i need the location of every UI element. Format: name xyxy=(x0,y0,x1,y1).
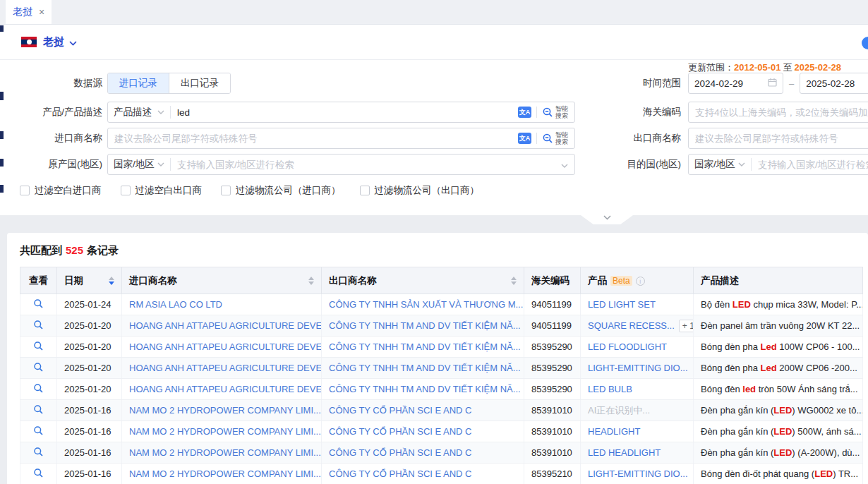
view-record-button[interactable] xyxy=(33,341,44,351)
description-cell: Đèn pha gắn kín (LED) (A-200W), dù... xyxy=(694,442,863,464)
exporter-link[interactable]: CÔNG TY TNHH TM AND DV TIẾT KIỆM NĂ... xyxy=(329,341,521,352)
filter-blank-importer-checkbox[interactable]: 过滤空白进口商 xyxy=(20,184,102,197)
table-row: 2025-01-20 HOANG ANH ATTAPEU AGRICULTURE… xyxy=(20,315,863,337)
exporter-link[interactable]: CÔNG TY CỔ PHẦN SCI E AND C xyxy=(329,405,472,416)
importer-link[interactable]: NAM MO 2 HYDROPOWER COMPANY LIMI... xyxy=(129,426,321,437)
checkbox-icon[interactable] xyxy=(360,186,370,195)
checkbox-icon[interactable] xyxy=(20,186,30,195)
translate-icon[interactable]: 文A xyxy=(518,107,531,118)
filter-logistics-exporter-checkbox[interactable]: 过滤物流公司（出口商） xyxy=(360,184,480,197)
end-date-input[interactable] xyxy=(806,78,868,89)
chevron-down-icon[interactable] xyxy=(561,158,568,171)
date-cell: 2025-01-20 xyxy=(57,315,122,337)
product-tag-link[interactable]: HEADLIGHT xyxy=(588,426,640,437)
col-desc: 产品描述 xyxy=(694,267,863,294)
keyword-highlight: led xyxy=(742,384,756,394)
importer-link[interactable]: HOANG ANH ATTAPEU AGRICULTURE DEVE... xyxy=(129,384,322,394)
date-range-dash: – xyxy=(789,78,794,89)
smart-search-button[interactable]: 智能搜索 xyxy=(542,131,568,145)
col-importer[interactable]: 进口商名称 xyxy=(122,267,322,294)
update-range-from: 2012-05-01 xyxy=(734,62,781,73)
view-record-button[interactable] xyxy=(33,383,44,394)
view-record-button[interactable] xyxy=(33,404,44,415)
keyword-highlight: LED xyxy=(773,447,792,458)
description-cell: Bóng đèn led tròn 50W Ánh sáng trắ... xyxy=(694,379,863,400)
origin-country-select[interactable]: 国家/地区 xyxy=(108,158,170,171)
view-record-button[interactable] xyxy=(33,425,44,436)
importer-link[interactable]: NAM MO 2 HYDROPOWER COMPANY LIMI... xyxy=(129,447,321,458)
exporter-link[interactable]: CÔNG TY TNHH TM AND DV TIẾT KIỆM NĂ... xyxy=(329,384,521,394)
origin-country-input[interactable] xyxy=(171,159,561,170)
importer-link[interactable]: HOANG ANH ATTAPEU AGRICULTURE DEVE... xyxy=(129,341,322,352)
product-field-select[interactable]: 产品描述 xyxy=(108,106,170,119)
exporter-link[interactable]: CÔNG TY CỔ PHẦN SCI E AND C xyxy=(329,426,472,437)
tab-bar: 老挝 × xyxy=(0,0,868,25)
col-exporter[interactable]: 出口商名称 xyxy=(322,267,524,294)
end-date-field[interactable] xyxy=(800,73,868,94)
country-selector[interactable]: 老挝 xyxy=(43,35,64,49)
importer-link[interactable]: NAM MO 2 HYDROPOWER COMPANY LIMI... xyxy=(129,468,321,479)
results-card: 共匹配到525条记录 查看 日期 进口商名称 出口商名称 海关编码 产品Beta… xyxy=(7,233,868,484)
exporter-link[interactable]: CÔNG TY TNHH TM AND DV TIẾT KIỆM NĂ... xyxy=(329,363,521,373)
date-cell: 2025-01-20 xyxy=(57,379,122,400)
view-record-button[interactable] xyxy=(33,447,44,457)
data-source-label: 数据源 xyxy=(0,73,102,94)
product-tag-link[interactable]: LED LIGHT SET xyxy=(588,299,656,310)
importer-search-control: 文A 智能搜索 xyxy=(107,128,575,149)
info-icon[interactable]: i xyxy=(636,277,645,286)
view-record-button[interactable] xyxy=(33,320,44,330)
product-tag-link[interactable]: LIGHT-EMITTING DIO... xyxy=(588,468,688,479)
view-record-button[interactable] xyxy=(33,362,44,373)
filter-blank-exporter-checkbox[interactable]: 过滤空白出口商 xyxy=(121,184,203,197)
translate-icon[interactable]: 文A xyxy=(518,133,531,144)
filter-checkboxes: 过滤空白进口商 过滤空白出口商 过滤物流公司（进口商） 过滤物流公司（出口商） xyxy=(20,184,479,197)
product-search-input[interactable] xyxy=(171,107,518,118)
product-tag-link[interactable]: LIGHT-EMITTING DIO... xyxy=(588,363,688,373)
importer-link[interactable]: RM ASIA LAO CO LTD xyxy=(129,299,222,310)
smart-search-button[interactable]: 智能搜索 xyxy=(542,105,568,119)
importer-link[interactable]: NAM MO 2 HYDROPOWER COMPANY LIMI... xyxy=(129,405,321,416)
start-date-field[interactable] xyxy=(688,73,783,94)
more-products-badge[interactable]: + 1 xyxy=(679,320,694,332)
product-tag-link[interactable]: LED FLOODLIGHT xyxy=(588,341,667,352)
exporter-link[interactable]: CÔNG TY TNHH TM AND DV TIẾT KIỆM NĂ... xyxy=(329,320,521,331)
importer-link[interactable]: HOANG ANH ATTAPEU AGRICULTURE DEVE... xyxy=(129,363,322,373)
destination-country-select[interactable]: 国家/地区 xyxy=(689,158,751,171)
calendar-icon[interactable] xyxy=(768,77,777,90)
results-summary: 共匹配到525条记录 xyxy=(7,233,868,258)
checkbox-icon[interactable] xyxy=(221,186,231,195)
view-record-button[interactable] xyxy=(33,468,44,478)
hs-code-cell: 85395290 xyxy=(524,379,581,400)
importer-input[interactable] xyxy=(108,133,518,144)
keyword-highlight: LED xyxy=(773,426,792,437)
start-date-input[interactable] xyxy=(694,78,768,89)
product-field-select-value: 产品描述 xyxy=(114,106,152,119)
hs-code-field xyxy=(688,102,868,123)
date-cell: 2025-01-16 xyxy=(57,464,122,484)
description-cell: Bóng đèn pha Led 200W CP06 -200... xyxy=(694,358,863,379)
view-record-button[interactable] xyxy=(33,298,44,309)
hs-code-input[interactable] xyxy=(689,107,868,118)
exporter-link[interactable]: CÔNG TY CỔ PHẦN SCI E AND C xyxy=(329,468,472,479)
exporter-input[interactable] xyxy=(689,133,868,144)
destination-country-input[interactable] xyxy=(752,159,868,170)
product-tag-link[interactable]: LED BULB xyxy=(588,384,632,394)
checkbox-icon[interactable] xyxy=(121,186,131,195)
view-cell xyxy=(20,358,57,379)
hs-code-label: 海关编码 xyxy=(607,102,681,123)
exporter-link[interactable]: CÔNG TY TNHH SẢN XUẤT VÀ THƯƠNG M... xyxy=(329,299,523,310)
export-records-tab[interactable]: 出口记录 xyxy=(169,73,230,93)
match-count: 525 xyxy=(66,244,83,256)
product-tag-link[interactable]: LED HEADLIGHT xyxy=(588,447,661,458)
tab-laos[interactable]: 老挝 × xyxy=(6,0,52,24)
exporter-link[interactable]: CÔNG TY CỔ PHẦN SCI E AND C xyxy=(329,447,472,458)
filter-logistics-importer-checkbox[interactable]: 过滤物流公司（进口商） xyxy=(221,184,341,197)
product-tag-link[interactable]: SQUARE RECESS... xyxy=(588,320,675,331)
import-records-tab[interactable]: 进口记录 xyxy=(108,73,169,93)
col-date[interactable]: 日期 xyxy=(57,267,122,294)
keyword-highlight: LED xyxy=(814,468,833,479)
chevron-down-icon[interactable] xyxy=(69,36,77,49)
close-icon[interactable]: × xyxy=(39,7,44,17)
importer-link[interactable]: HOANG ANH ATTAPEU AGRICULTURE DEVE... xyxy=(129,320,322,331)
hs-code-cell: 85391010 xyxy=(524,442,581,464)
